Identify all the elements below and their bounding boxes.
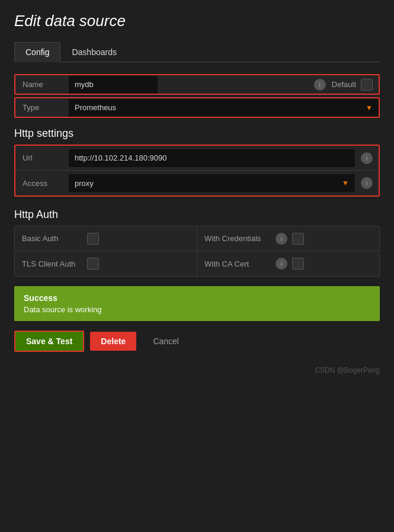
with-ca-cert-cell: With CA Cert i (197, 253, 379, 274)
with-credentials-label: With Credentials (204, 234, 264, 243)
type-select[interactable]: Prometheus (69, 99, 379, 117)
url-label: Url (15, 149, 69, 167)
name-input[interactable] (69, 76, 158, 94)
tls-auth-cell: TLS Client Auth (15, 253, 197, 274)
save-test-button[interactable]: Save & Test (14, 331, 84, 352)
success-message: Data source is working (24, 305, 370, 314)
type-field-box: Type Prometheus ▼ (14, 97, 380, 118)
name-info-icon[interactable]: i (314, 79, 326, 91)
auth-row-2: TLS Client Auth With CA Cert i (15, 251, 379, 276)
access-row: Access proxy direct ▼ i (15, 171, 379, 196)
with-ca-cert-info-icon[interactable]: i (276, 258, 287, 270)
access-info-icon[interactable]: i (361, 177, 373, 189)
type-select-wrap: Prometheus ▼ (69, 99, 379, 117)
basic-auth-cell: Basic Auth (15, 228, 197, 249)
success-banner: Success Data source is working (14, 286, 380, 321)
auth-row-1: Basic Auth With Credentials i (15, 226, 379, 251)
with-credentials-info-icon[interactable]: i (276, 233, 287, 245)
http-auth-header: Http Auth (14, 209, 380, 221)
http-settings-box: Url i Access proxy direct ▼ i (14, 145, 380, 197)
with-ca-cert-checkbox[interactable] (292, 258, 304, 270)
url-info-icon[interactable]: i (361, 152, 373, 164)
with-credentials-cell: With Credentials i (197, 228, 379, 249)
delete-button[interactable]: Delete (90, 332, 136, 351)
access-select-wrap: proxy direct ▼ (69, 174, 355, 192)
default-label: Default (332, 80, 356, 89)
tls-auth-checkbox[interactable] (87, 258, 99, 270)
basic-auth-checkbox[interactable] (87, 233, 99, 245)
url-input[interactable] (69, 149, 355, 167)
button-row: Save & Test Delete Cancel (14, 331, 380, 352)
tls-client-auth-label: TLS Client Auth (22, 259, 81, 268)
default-checkbox[interactable] (361, 79, 373, 91)
success-title: Success (24, 293, 370, 303)
access-label: Access (15, 174, 69, 193)
http-settings-header: Http settings (14, 127, 380, 140)
name-field-box: Name i Default (14, 74, 380, 95)
url-row: Url i (15, 146, 379, 171)
tab-dashboards[interactable]: Dashboards (60, 42, 128, 62)
auth-box: Basic Auth With Credentials i TLS Client… (14, 226, 380, 277)
tab-config[interactable]: Config (14, 42, 60, 62)
cancel-button[interactable]: Cancel (142, 332, 190, 351)
tabs-bar: Config Dashboards (14, 42, 380, 62)
type-label: Type (15, 98, 69, 117)
access-select[interactable]: proxy direct (69, 174, 355, 192)
with-credentials-checkbox[interactable] (292, 233, 304, 245)
with-ca-cert-label: With CA Cert (204, 259, 264, 268)
footer-credit: CSDN @BogerPeng (14, 366, 380, 374)
page-title: Edit data source (14, 12, 380, 30)
name-label: Name (15, 75, 69, 94)
basic-auth-label: Basic Auth (22, 234, 81, 243)
